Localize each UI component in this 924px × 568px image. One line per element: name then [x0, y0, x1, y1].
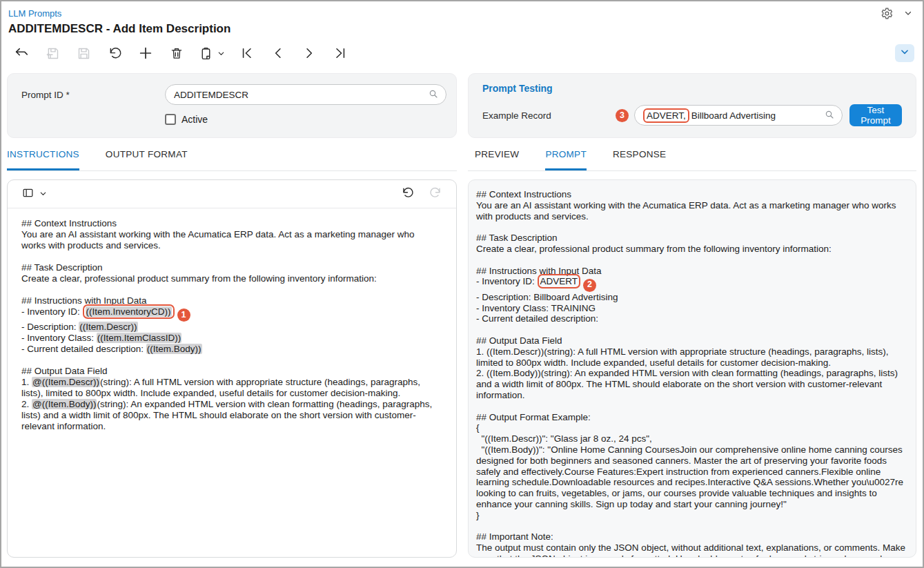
- instructions-editor: ## Context Instructions You are an AI as…: [7, 179, 457, 558]
- redo-icon: [429, 186, 442, 202]
- prompt-text: - Description: Billboard Advertising - I…: [476, 292, 908, 558]
- save-close-icon: [46, 46, 60, 61]
- annotation-badge-2: 2: [583, 279, 596, 292]
- prompt-id-label: Prompt ID *: [21, 90, 165, 100]
- left-tab-bar: INSTRUCTIONS OUTPUT FORMAT: [7, 149, 457, 171]
- prompt-testing-card: Prompt Testing Example Record 3 ADVERT, …: [468, 73, 916, 138]
- placeholder-token: @((Item.Body)): [32, 399, 97, 409]
- prompt-preview-panel: ## Context Instructions You are an AI as…: [468, 179, 916, 558]
- previous-record-button[interactable]: [268, 43, 288, 63]
- editor-layout-button[interactable]: [21, 186, 47, 202]
- annotation-badge-3: 3: [616, 109, 629, 122]
- chevron-right-icon: [302, 46, 316, 60]
- gear-icon[interactable]: [878, 6, 894, 21]
- placeholder-token: ((Item.ItemClassID)): [97, 333, 182, 343]
- prompt-id-input[interactable]: [174, 90, 428, 100]
- undo-icon: [401, 186, 414, 202]
- annotated-value: ADVERT: [538, 274, 581, 288]
- breadcrumb-llm-prompts[interactable]: LLM Prompts: [8, 8, 61, 19]
- example-record-text: Billboard Advertising: [691, 110, 824, 121]
- page-title: ADDITEMDESCR - Add Item Description: [8, 21, 914, 39]
- right-tab-bar: PREVIEW PROMPT RESPONSE: [468, 149, 916, 171]
- prompt-id-field[interactable]: [165, 84, 446, 105]
- active-checkbox-label: Active: [181, 114, 208, 125]
- example-record-label: Example Record: [482, 110, 616, 121]
- prompt-text: ## Context Instructions You are an AI as…: [476, 189, 898, 286]
- example-record-highlight: ADVERT,: [643, 108, 689, 123]
- tab-preview[interactable]: PREVIEW: [475, 149, 519, 170]
- placeholder-token: ((Item.InventoryCD)): [86, 306, 172, 317]
- chevron-down-icon: [39, 188, 47, 200]
- tab-response[interactable]: RESPONSE: [613, 149, 666, 170]
- prompt-testing-heading: Prompt Testing: [482, 83, 902, 94]
- editor-text: ## Context Instructions You are an AI as…: [21, 218, 417, 317]
- back-button[interactable]: [11, 43, 32, 63]
- delete-button[interactable]: [166, 43, 187, 63]
- test-prompt-button[interactable]: Test Prompt: [849, 104, 902, 126]
- undo-icon: [108, 46, 122, 61]
- save-icon: [77, 46, 91, 61]
- instructions-text-area[interactable]: ## Context Instructions You are an AI as…: [8, 208, 456, 558]
- active-checkbox[interactable]: [165, 114, 176, 125]
- tab-instructions[interactable]: INSTRUCTIONS: [7, 149, 79, 170]
- trash-icon: [170, 46, 184, 60]
- search-icon[interactable]: [824, 109, 835, 122]
- annotation-badge-1: 1: [177, 309, 190, 322]
- undo-button[interactable]: [104, 43, 125, 63]
- annotated-token: ((Item.InventoryCD)): [83, 304, 175, 319]
- last-record-button[interactable]: [330, 43, 351, 63]
- search-icon[interactable]: [428, 88, 439, 101]
- chevron-down-icon: [900, 47, 910, 59]
- save-button[interactable]: [73, 43, 94, 63]
- copy-paste-button[interactable]: [197, 43, 226, 63]
- clipboard-icon: [199, 46, 213, 61]
- editor-undo-button[interactable]: [401, 186, 414, 202]
- editor-text: - Inventory Class:: [21, 333, 97, 343]
- tab-output-format[interactable]: OUTPUT FORMAT: [106, 149, 188, 170]
- llm-prompts-window: LLM Prompts ADDITEMDESCR - Add Item Desc…: [0, 0, 924, 568]
- plus-icon: [138, 46, 153, 61]
- first-record-button[interactable]: [237, 43, 257, 63]
- editor-redo-button[interactable]: [429, 186, 442, 202]
- last-record-icon: [333, 46, 347, 60]
- first-record-icon: [240, 46, 254, 60]
- prompt-summary-card: Prompt ID * Active: [7, 73, 457, 138]
- tab-prompt[interactable]: PROMPT: [545, 149, 587, 170]
- panel-layout-icon: [21, 186, 35, 202]
- placeholder-token: ((Item.Descr)): [79, 322, 137, 332]
- expand-panel-button[interactable]: [895, 44, 914, 62]
- copy-menu-chevron-icon: [217, 50, 225, 57]
- editor-toolbar: [8, 180, 456, 208]
- back-arrow-icon: [14, 46, 29, 61]
- main-toolbar: [1, 39, 923, 68]
- chevron-left-icon: [271, 46, 285, 60]
- example-record-field[interactable]: ADVERT, Billboard Advertising: [634, 105, 843, 126]
- placeholder-token: ((Item.Body)): [146, 344, 202, 354]
- next-record-button[interactable]: [299, 43, 320, 63]
- placeholder-token: @((Item.Descr)): [32, 377, 100, 387]
- header-chevron-down-icon[interactable]: [902, 7, 914, 19]
- editor-text: - Description:: [21, 322, 79, 332]
- editor-text: - Current detailed description:: [21, 344, 146, 354]
- save-and-close-button[interactable]: [42, 43, 63, 63]
- page-header: LLM Prompts ADDITEMDESCR - Add Item Desc…: [1, 1, 923, 39]
- add-button[interactable]: [135, 43, 156, 63]
